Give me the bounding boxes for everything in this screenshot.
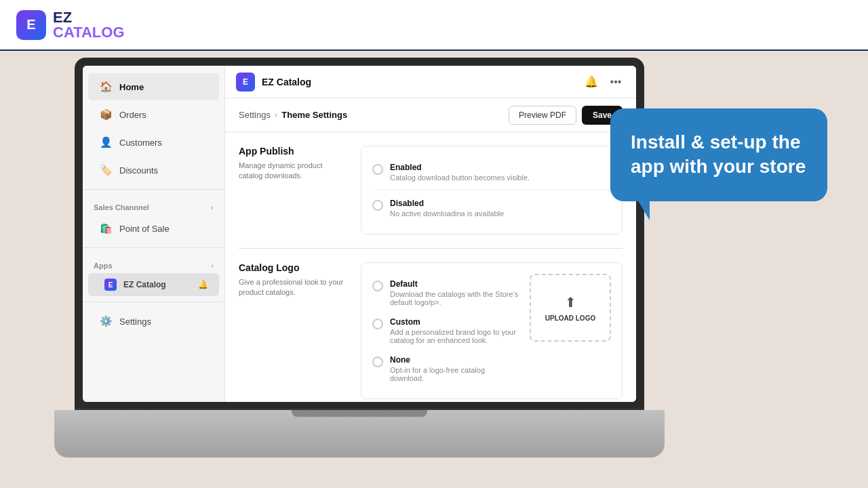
logo-panel-inner: Default Download the catalogs with the S… bbox=[372, 274, 611, 388]
page-actions: Preview PDF Save bbox=[509, 106, 623, 125]
custom-radio[interactable] bbox=[372, 319, 383, 329]
app-publish-title: App Publish bbox=[239, 146, 347, 157]
brand-icon: E bbox=[16, 10, 46, 40]
laptop-screen: 🏠 Home 📦 Orders 👤 Customers 🏷️ Discounts bbox=[83, 66, 636, 402]
main-content: E EZ Catalog 🔔 ••• Settings › Theme Sett… bbox=[225, 66, 636, 402]
chevron-right-icon: › bbox=[211, 203, 214, 211]
sidebar-divider-3 bbox=[83, 302, 224, 302]
laptop-base bbox=[54, 410, 665, 458]
sales-channel-label: Sales Channnel › bbox=[83, 195, 224, 214]
laptop-wrapper: 🏠 Home 📦 Orders 👤 Customers 🏷️ Discounts bbox=[75, 58, 644, 458]
sidebar-divider-2 bbox=[83, 247, 224, 248]
discounts-icon: 🏷️ bbox=[99, 163, 113, 177]
disabled-option-text: Disabled No active downloadina is availa… bbox=[390, 199, 504, 218]
top-bar: E EZ CATALOG bbox=[0, 0, 868, 51]
none-radio[interactable] bbox=[372, 357, 383, 367]
sidebar-item-pos[interactable]: 🛍️ Point of Sale bbox=[88, 215, 219, 242]
catalog-logo-section: Catalog Logo Give a professional look to… bbox=[239, 262, 623, 399]
default-radio[interactable] bbox=[372, 281, 383, 291]
sidebar-item-orders[interactable]: 📦 Orders bbox=[88, 101, 219, 128]
sidebar-divider-1 bbox=[83, 189, 224, 190]
sidebar-item-ez-catalog[interactable]: E EZ Catalog 🔔 bbox=[88, 273, 219, 296]
section-divider bbox=[239, 248, 623, 249]
breadcrumb: Settings › Theme Settings bbox=[239, 110, 347, 120]
app-header-actions: 🔔 ••• bbox=[582, 73, 625, 92]
apps-section-label: Apps › bbox=[83, 253, 224, 272]
default-option-text: Default Download the catalogs with the S… bbox=[390, 279, 519, 306]
laptop-frame: 🏠 Home 📦 Orders 👤 Customers 🏷️ Discounts bbox=[75, 58, 644, 410]
sidebar: 🏠 Home 📦 Orders 👤 Customers 🏷️ Discounts bbox=[83, 66, 225, 402]
default-logo-option[interactable]: Default Download the catalogs with the S… bbox=[372, 274, 519, 312]
logo-options: Default Download the catalogs with the S… bbox=[372, 274, 519, 388]
orders-icon: 📦 bbox=[99, 108, 113, 121]
brand-logo: E EZ CATALOG bbox=[16, 10, 125, 40]
enabled-option[interactable]: Enabled Catalog download button becomes … bbox=[372, 157, 611, 187]
none-option-text: None Opt-in for a logo-free catalog down… bbox=[390, 355, 519, 382]
more-button[interactable]: ••• bbox=[606, 73, 625, 92]
none-logo-option[interactable]: None Opt-in for a logo-free catalog down… bbox=[372, 350, 519, 388]
sidebar-item-customers[interactable]: 👤 Customers bbox=[88, 129, 219, 156]
catalog-logo-title: Catalog Logo bbox=[239, 262, 347, 273]
upload-label: UPLOAD LOGO bbox=[545, 314, 595, 322]
app-publish-section: App Publish Manage dynamic product catal… bbox=[239, 146, 623, 235]
app-publish-panel: Enabled Catalog download button becomes … bbox=[361, 146, 623, 235]
ez-catalog-icon: E bbox=[104, 279, 117, 291]
app-publish-desc: Manage dynamic product catalog downloads… bbox=[239, 161, 347, 182]
sidebar-item-discounts[interactable]: 🏷️ Discounts bbox=[88, 157, 219, 184]
app-header-logo: E bbox=[236, 73, 255, 92]
sidebar-item-settings[interactable]: ⚙️ Settings bbox=[88, 308, 219, 335]
upload-logo-area[interactable]: ⬆ UPLOAD LOGO bbox=[530, 274, 611, 342]
chevron-down-icon: › bbox=[211, 262, 214, 270]
pos-icon: 🛍️ bbox=[99, 222, 113, 235]
app-header: E EZ Catalog 🔔 ••• bbox=[225, 66, 636, 98]
customers-icon: 👤 bbox=[99, 136, 113, 149]
enabled-radio[interactable] bbox=[372, 164, 383, 175]
enabled-option-text: Enabled Catalog download button becomes … bbox=[390, 163, 530, 182]
custom-option-text: Custom Add a personalized brand logo to … bbox=[390, 317, 519, 344]
settings-icon: ⚙️ bbox=[99, 314, 113, 328]
disabled-option[interactable]: Disabled No active downloadina is availa… bbox=[372, 193, 611, 223]
notification-bell-icon: 🔔 bbox=[198, 280, 208, 289]
app-publish-info: App Publish Manage dynamic product catal… bbox=[239, 146, 347, 235]
catalog-logo-desc: Give a professional look to your product… bbox=[239, 277, 347, 298]
upload-icon: ⬆ bbox=[565, 294, 576, 310]
home-icon: 🏠 bbox=[99, 80, 113, 94]
disabled-radio[interactable] bbox=[372, 200, 383, 211]
app-header-title: EZ Catalog bbox=[262, 77, 575, 87]
bell-button[interactable]: 🔔 bbox=[582, 73, 601, 92]
speech-bubble: Install & set-up the app with your store bbox=[610, 108, 827, 201]
sidebar-item-home[interactable]: 🏠 Home bbox=[88, 73, 219, 100]
settings-body: App Publish Manage dynamic product catal… bbox=[225, 132, 636, 402]
preview-pdf-button[interactable]: Preview PDF bbox=[509, 106, 576, 125]
brand-text: EZ CATALOG bbox=[53, 10, 125, 40]
catalog-logo-info: Catalog Logo Give a professional look to… bbox=[239, 262, 347, 399]
catalog-logo-panel: Default Download the catalogs with the S… bbox=[361, 262, 623, 399]
radio-divider-1 bbox=[372, 190, 611, 190]
page-bar: Settings › Theme Settings Preview PDF Sa… bbox=[225, 98, 636, 132]
custom-logo-option[interactable]: Custom Add a personalized brand logo to … bbox=[372, 312, 519, 350]
